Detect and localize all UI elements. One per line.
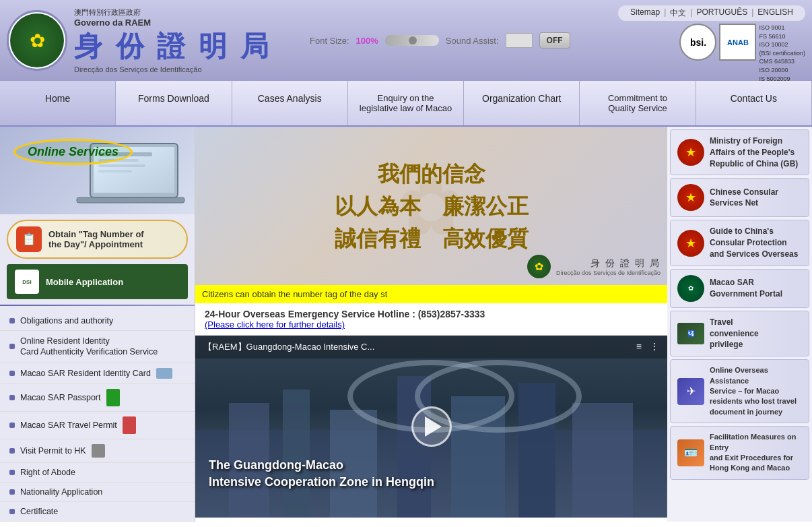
online-services-banner: Online Services [0,127,195,214]
bullet-icon [9,371,15,376]
china-emblem-icon-2: ★ [677,184,704,211]
passport-book-icon: 🛂 [677,323,704,344]
banner-dept-logo-area: ✿ 身 份 證 明 局 Direcção dos Serviços de Ide… [527,255,661,278]
center-content: ✿ 我們的信念 以人為本 廉潔公正 誠信有禮 高效優質 ✿ 身 份 證 明 局 … [195,127,667,522]
entry-exit-icon: 🪪 [677,439,704,466]
svg-rect-12 [397,376,431,518]
logo-area: ✿ 澳門特別行政區政府 Governo da RAEM 身 份 證 明 局 Di… [7,7,271,73]
main-layout: Online Services 📋 Obtain "Tag Number oft… [0,127,812,522]
bsi-logo: bsi. [679,24,716,61]
macao-portal-label: Macao SARGovernment Portal [710,277,782,300]
anab-logo: ANAB [719,24,756,61]
lang-sitemap[interactable]: Sitemap [626,7,664,19]
mfa-link-label: Ministry of ForeignAffairs of the People… [710,135,798,169]
mobile-app-button[interactable]: DSI Mobile Application [7,264,188,299]
visit-permit-icon [92,444,105,458]
captions-icon[interactable]: ≡ [636,341,642,353]
top-bar: ✿ 澳門特別行政區政府 Governo da RAEM 身 份 證 明 局 Di… [0,0,812,81]
controls-area: Font Size: 100% Sound Assist: OFF [310,32,570,49]
overseas-link-label: Online Overseas AssistanceService – for … [710,365,802,417]
sidebar-item-obligations[interactable]: Obligations and authority [0,311,195,331]
font-size-label: Font Size: [310,36,349,46]
sound-off-button[interactable]: OFF [539,32,570,49]
facilitation-link-label: Facilitation Measures on Entryand Exit P… [710,432,802,474]
banner-lotus-icon: ✿ [535,260,543,273]
right-link-facilitation[interactable]: 🪪 Facilitation Measures on Entryand Exit… [670,426,809,480]
lang-bar: Sitemap | 中文 | PORTUGUÊS | ENGLISH [618,5,805,21]
nav-forms-download[interactable]: Forms Download [116,81,232,125]
govt-logo: ✿ [7,10,67,71]
svg-rect-6 [98,164,145,167]
tag-number-button[interactable]: 📋 Obtain "Tag Number ofthe Day"/ Appoint… [7,220,188,259]
nav-home[interactable]: Home [0,81,116,125]
right-link-travel[interactable]: 🛂 Travelconvenienceprivilege [670,311,809,356]
cert-logos: bsi. ANAB [679,24,756,61]
sidebar-item-travel-permit[interactable]: Macao SAR Travel Permit [0,412,195,439]
person-travel-icon: ✈ [677,378,704,405]
nationality-label: Nationality Application [20,487,102,497]
sidebar-item-certificate[interactable]: Certificate [0,502,195,522]
china-emblem-icon: ★ [677,139,704,166]
logo-text: 澳門特別行政區政府 Governo da RAEM 身 份 證 明 局 Dire… [74,7,271,73]
nav-bar: Home Forms Download Cases Analysis Enqui… [0,81,812,127]
play-triangle-icon [425,416,442,437]
sound-input[interactable] [506,33,533,48]
lang-cn[interactable]: 中文 [666,7,690,19]
right-of-abode-label: Right of Abode [20,468,75,477]
lang-en[interactable]: ENGLISH [753,7,797,19]
nav-contact[interactable]: Contact Us [696,81,812,125]
right-link-macao-portal[interactable]: ✿ Macao SARGovernment Portal [670,269,809,308]
tag-button-label: Obtain "Tag Number ofthe Day"/ Appointme… [48,229,144,249]
online-services-oval[interactable]: Online Services [13,139,133,165]
id-card-icon [156,368,172,379]
video-container[interactable]: 【RAEM】Guangdong-Macao Intensive C... ≡ ⋮… [195,336,667,518]
svg-rect-10 [283,390,310,518]
sidebar-item-visit-hk[interactable]: Visit Permit to HK [0,439,195,463]
video-overlay-text: The Guangdong-Macao Intensive Cooperatio… [209,457,434,491]
bullet-icon [9,489,15,495]
more-options-icon[interactable]: ⋮ [650,341,659,353]
right-link-overseas[interactable]: ✈ Online Overseas AssistanceService – fo… [670,359,809,423]
lang-pt[interactable]: PORTUGUÊS [692,7,751,19]
nav-enquiry[interactable]: Enquiry on thelegislative law of Macao [348,81,464,125]
mobile-app-label: Mobile Application [46,277,123,287]
dept-pt-name: Direcção dos Serviços de Identificação [74,65,271,73]
sidebar-item-right-of-abode[interactable]: Right of Abode [0,463,195,483]
guide-link-label: Guide to China'sConsular Protectionand S… [710,226,798,259]
sound-label: Sound Assist: [446,36,499,46]
dept-cn-name: 身 份 證 明 局 [74,28,271,65]
sidebar-item-nationality[interactable]: Nationality Application [0,483,195,502]
hotline-link[interactable]: (Please click here for further details) [205,319,345,330]
sidebar-item-id-card[interactable]: Macao SAR Resident Identity Card [0,363,195,384]
sidebar-item-online-id[interactable]: Online Resident IdentityCard Authenticit… [0,331,195,363]
nav-cases-analysis[interactable]: Cases Analysis [232,81,348,125]
travel-permit-icon [123,416,136,434]
bullet-icon [9,344,15,349]
svg-rect-7 [98,170,132,173]
right-link-guide[interactable]: ★ Guide to China'sConsular Protectionand… [670,220,809,266]
hotline-bar: 24-Hour Overseas Emergency Service Hotli… [195,303,667,336]
banner-image: ✿ 我們的信念 以人為本 廉潔公正 誠信有禮 高效優質 ✿ 身 份 證 明 局 … [195,127,667,285]
video-play-button[interactable] [411,406,452,447]
banner-dept-cn: 身 份 證 明 局 [556,257,661,270]
lotus-icon: ✿ [30,30,45,52]
sidebar-item-passport[interactable]: Macao SAR Passport [0,384,195,412]
video-controls: ≡ ⋮ [636,341,659,353]
consular-link-label: Chinese ConsularServices Net [710,187,778,210]
right-link-consular[interactable]: ★ Chinese ConsularServices Net [670,178,809,217]
bullet-icon [9,395,15,400]
bullet-icon [9,509,15,514]
hotline-text: 24-Hour Overseas Emergency Service Hotli… [205,309,658,319]
cert-area: bsi. ANAB ISO 9001 FS 56610 ISO 10002 (B… [679,24,805,83]
nav-org-chart[interactable]: Organization Chart [464,81,580,125]
right-link-mfa[interactable]: ★ Ministry of ForeignAffairs of the Peop… [670,129,809,175]
font-size-slider[interactable] [385,35,439,46]
passport-icon [106,389,120,406]
china-emblem-icon-3: ★ [677,230,704,257]
svg-rect-14 [518,383,555,518]
svg-rect-3 [77,197,184,203]
video-title-bar: 【RAEM】Guangdong-Macao Intensive C... ≡ ⋮ [195,336,667,359]
bullet-icon [9,423,15,428]
left-sidebar: Online Services 📋 Obtain "Tag Number oft… [0,127,195,522]
nav-commitment[interactable]: Commitment toQuality Service [580,81,696,125]
